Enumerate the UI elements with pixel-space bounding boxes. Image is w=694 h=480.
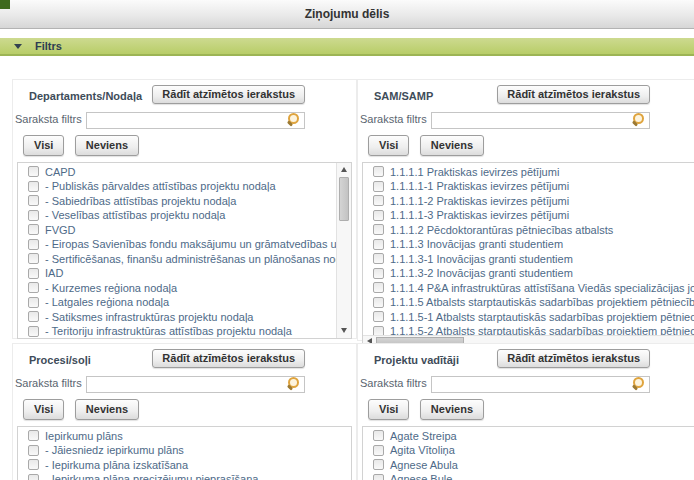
list-item[interactable]: - Publiskās pārvaldes attīstības projekt… (18, 179, 351, 194)
list-item[interactable]: 1.1.1.2 Pēcdoktorantūras pētniecības atb… (363, 223, 694, 238)
checkbox-icon[interactable] (373, 181, 384, 192)
list-filter-input[interactable] (86, 112, 305, 129)
checkbox-icon[interactable] (373, 430, 384, 441)
list-item[interactable]: - Satiksmes infrastruktūras projektu nod… (18, 310, 351, 325)
list-item[interactable]: Agate Streipa (363, 429, 694, 444)
checkbox-icon[interactable] (373, 311, 384, 322)
checkbox-icon[interactable] (28, 181, 39, 192)
list-item-label: - Teritoriju infrastruktūras attīstības … (45, 325, 292, 337)
checkbox-icon[interactable] (373, 224, 384, 235)
list-item[interactable]: 1.1.1.5 Atbalsts starptautiskās sadarbīb… (363, 295, 694, 310)
list-item[interactable]: - Iepirkuma plāna izskatīšana (18, 458, 351, 473)
checkbox-icon[interactable] (373, 253, 384, 264)
list-item[interactable]: 1.1.1.1 Praktiskas ievirzes pētījumi (363, 165, 694, 180)
list-item-label: 1.1.1.2 Pēcdoktorantūras pētniecības atb… (390, 224, 613, 236)
checkbox-icon[interactable] (373, 297, 384, 308)
list-item[interactable]: IAD (18, 266, 351, 281)
list-item[interactable]: - Kurzemes reģiona nodaļa (18, 281, 351, 296)
checkbox-icon[interactable] (373, 268, 384, 279)
checkbox-icon[interactable] (28, 459, 39, 470)
list-item[interactable]: FVGD (18, 223, 351, 238)
checkbox-icon[interactable] (28, 253, 39, 264)
select-all-button[interactable]: Visi (368, 399, 409, 420)
list-item[interactable]: 1.1.1.3-1 Inovācijas granti studentiem (363, 252, 694, 267)
checkbox-icon[interactable] (28, 282, 39, 293)
list-item[interactable]: 1.1.1.3-2 Inovācijas granti studentiem (363, 266, 694, 281)
list-filter-input[interactable] (431, 112, 650, 129)
select-all-button[interactable]: Visi (23, 135, 64, 156)
checkbox-listbox: CAPD- Publiskās pārvaldes attīstības pro… (17, 162, 352, 339)
scrollbar-thumb[interactable] (339, 177, 349, 221)
list-item[interactable]: CAPD (18, 165, 351, 180)
vertical-scrollbar[interactable] (336, 163, 351, 338)
checkbox-icon[interactable] (28, 326, 39, 337)
list-item[interactable]: - Iepirkuma plāna precizējumu pieprasīša… (18, 472, 351, 480)
list-item-label: Agnese Abula (390, 459, 458, 471)
panel-title: Procesi/soļi (29, 349, 91, 366)
list-item-label: 1.1.1.1 Praktiskas ievirzes pētījumi (390, 166, 559, 178)
checkbox-icon[interactable] (373, 210, 384, 221)
list-filter-input[interactable] (431, 376, 650, 393)
list-item[interactable]: - Teritoriju infrastruktūras attīstības … (18, 324, 351, 339)
checkbox-icon[interactable] (28, 268, 39, 279)
checkbox-icon[interactable] (28, 445, 39, 456)
magnifier-icon[interactable] (632, 377, 645, 389)
magnifier-icon[interactable] (287, 113, 300, 125)
list-item[interactable]: - Sabiedrības attīstības projektu nodaļa (18, 194, 351, 209)
checkbox-icon[interactable] (373, 459, 384, 470)
scroll-down-arrow-icon[interactable] (337, 324, 351, 338)
show-marked-button[interactable]: Rādīt atzīmētos ierakstus (497, 349, 650, 368)
list-item-label: - Eiropas Savienības fondu maksājumu un … (45, 238, 352, 250)
list-item[interactable]: 1.1.1.4 P&A infrastruktūras attīstīšana … (363, 281, 694, 296)
checkbox-icon[interactable] (28, 311, 39, 322)
checkbox-icon[interactable] (373, 445, 384, 456)
list-item[interactable]: - Latgales reģiona nodaļa (18, 295, 351, 310)
list-item-label: Agate Streipa (390, 430, 457, 442)
select-none-button[interactable]: Neviens (420, 135, 484, 156)
select-all-button[interactable]: Visi (368, 135, 409, 156)
collapse-triangle-icon[interactable] (14, 44, 22, 49)
list-item[interactable]: 1.1.1.1-3 Praktiskas ievirzes pētījumi (363, 208, 694, 223)
checkbox-icon[interactable] (373, 239, 384, 250)
magnifier-icon[interactable] (632, 113, 645, 125)
show-marked-button[interactable]: Rādīt atzīmētos ierakstus (152, 85, 305, 104)
checkbox-icon[interactable] (373, 474, 384, 480)
magnifier-icon[interactable] (287, 377, 300, 389)
list-item[interactable]: 1.1.1.5-1 Atbalsts starptautiskās sadarb… (363, 310, 694, 325)
list-item[interactable]: Agita Vītoliņa (363, 443, 694, 458)
checkbox-icon[interactable] (28, 210, 39, 221)
filters-section-header[interactable]: Filtrs (0, 38, 694, 56)
select-none-button[interactable]: Neviens (75, 399, 139, 420)
list-item-label: - Iepirkuma plāna precizējumu pieprasīša… (45, 473, 258, 480)
list-item[interactable]: - Sertificēšanas, finanšu administrēšana… (18, 252, 351, 267)
checkbox-icon[interactable] (28, 430, 39, 441)
list-item[interactable]: 1.1.1.3 Inovācijas granti studentiem (363, 237, 694, 252)
checkbox-icon[interactable] (28, 195, 39, 206)
checkbox-icon[interactable] (28, 239, 39, 250)
list-item[interactable]: - Eiropas Savienības fondu maksājumu un … (18, 237, 351, 252)
select-all-button[interactable]: Visi (23, 399, 64, 420)
checkbox-icon[interactable] (28, 166, 39, 177)
list-item[interactable]: Agnese Bule (363, 472, 694, 480)
list-item[interactable]: 1.1.1.1-2 Praktiskas ievirzes pētījumi (363, 194, 694, 209)
list-item[interactable]: Iepirkumu plāns (18, 429, 351, 444)
list-filter-input[interactable] (86, 376, 305, 393)
list-item-label: Agita Vītoliņa (390, 444, 455, 456)
show-marked-button[interactable]: Rādīt atzīmētos ierakstus (497, 85, 650, 104)
list-filter-label: Saraksta filtrs (360, 377, 427, 389)
scroll-up-arrow-icon[interactable] (337, 163, 351, 177)
list-item[interactable]: - Jāiesniedz iepirkumu plāns (18, 443, 351, 458)
list-item[interactable]: Agnese Abula (363, 458, 694, 473)
show-marked-button[interactable]: Rādīt atzīmētos ierakstus (152, 349, 305, 368)
checkbox-icon[interactable] (28, 474, 39, 480)
checkbox-icon[interactable] (373, 195, 384, 206)
checkbox-icon[interactable] (373, 166, 384, 177)
filter-panel-project-managers: Projektu vadītāji Rādīt atzīmētos ieraks… (357, 343, 694, 480)
checkbox-icon[interactable] (28, 297, 39, 308)
checkbox-icon[interactable] (373, 282, 384, 293)
list-item[interactable]: 1.1.1.1-1 Praktiskas ievirzes pētījumi (363, 179, 694, 194)
select-none-button[interactable]: Neviens (75, 135, 139, 156)
select-none-button[interactable]: Neviens (420, 399, 484, 420)
checkbox-icon[interactable] (28, 224, 39, 235)
list-item[interactable]: - Veselības attīstības projektu nodaļa (18, 208, 351, 223)
